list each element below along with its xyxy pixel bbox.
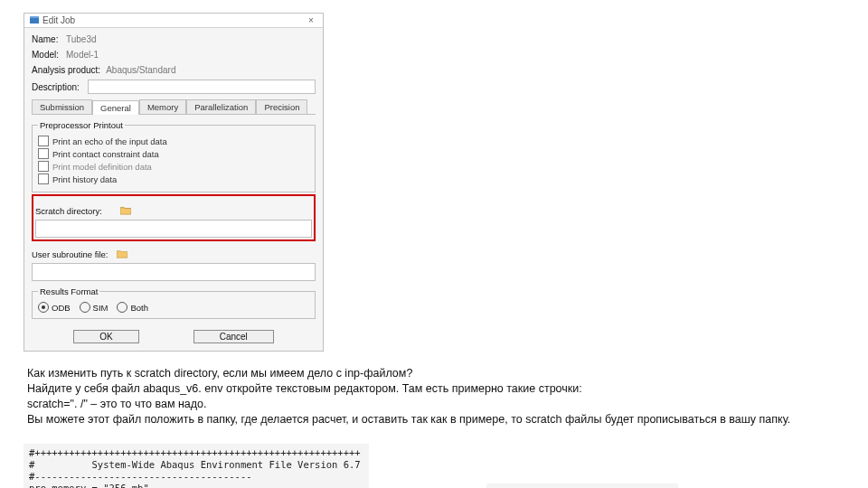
radio-odb-label: ODB [52,303,71,313]
tab-parallelization[interactable]: Parallelization [186,99,256,114]
tab-submission[interactable]: Submission [32,99,92,114]
titlebar: Edit Job × [24,14,323,28]
preproc-legend: Preprocessor Printout [38,120,125,130]
checkbox-history[interactable] [38,174,49,184]
close-icon[interactable]: × [305,15,317,25]
para-line-1: Как изменить путь к scratch directory, е… [27,366,841,381]
description-label: Description: [32,82,84,92]
model-value: Model-1 [64,49,316,61]
checkbox-model[interactable] [38,161,49,172]
env-file-snippet: #+++++++++++++++++++++++++++++++++++++++… [24,444,369,489]
ok-button[interactable]: OK [73,330,138,343]
model-label: Model: [32,50,64,60]
description-input[interactable] [88,80,316,94]
name-label: Name: [32,34,64,44]
scratch-highlight-box: Scratch directory: [32,194,316,241]
app-icon [30,16,39,25]
folder-icon [117,249,127,258]
radio-sim-label: SIM [93,303,108,313]
checkbox-model-label: Print model definition data [52,162,152,172]
usersub-input[interactable] [32,263,316,281]
scratch-override-snippet: scratch="p:\\abaqus_scratch" [486,483,678,489]
folder-icon [120,206,131,215]
para-line-3: scratch=". /" – это то что вам надо. [27,397,841,412]
scratch-input[interactable] [35,220,312,238]
analysis-value: Abaqus/Standard [104,64,316,76]
preprocessor-printout: Preprocessor Printout Print an echo of t… [32,120,316,192]
para-line-4: Вы можете этот файл положить в папку, гд… [27,412,841,427]
radio-both[interactable] [117,302,127,313]
svg-rect-0 [30,18,39,23]
para-line-2: Найдите у себя файл abaqus_v6. env откро… [27,381,841,397]
edit-job-dialog: Edit Job × Name: Tube3d Model: Model-1 A… [24,13,324,352]
radio-odb[interactable] [38,302,49,313]
tabs: Submission General Memory Parallelizatio… [32,99,316,115]
tab-memory[interactable]: Memory [139,99,186,114]
radio-sim[interactable] [80,302,90,313]
name-value: Tube3d [64,33,316,45]
checkbox-contact-label: Print contact constraint data [52,149,159,159]
tab-precision[interactable]: Precision [256,99,307,114]
instruction-text: Как изменить путь к scratch directory, е… [27,366,841,427]
cancel-button[interactable]: Cancel [193,330,274,343]
checkbox-contact[interactable] [38,148,49,159]
usersub-browse-button[interactable] [115,247,129,261]
scratch-label: Scratch directory: [35,206,117,216]
svg-rect-1 [30,16,39,18]
results-format: Results Format ODB SIM Both [32,286,316,319]
scratch-browse-button[interactable] [118,203,133,218]
checkbox-history-label: Print history data [52,174,117,184]
analysis-label: Analysis product: [32,65,100,75]
radio-both-label: Both [130,303,148,313]
tab-general[interactable]: General [92,100,139,115]
checkbox-echo-label: Print an echo of the input data [52,136,167,146]
checkbox-echo[interactable] [38,136,49,146]
results-legend: Results Format [38,286,99,296]
usersub-label: User subroutine file: [32,249,113,259]
dialog-title: Edit Job [42,15,75,25]
